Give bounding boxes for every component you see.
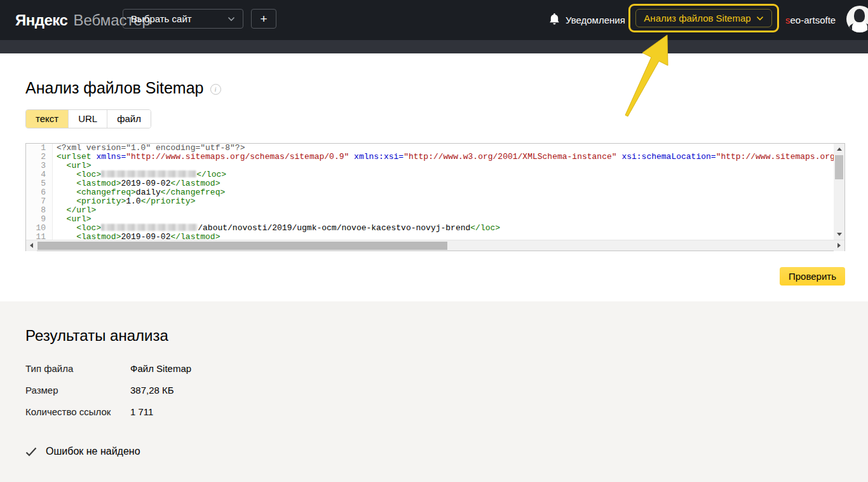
line-number: 3 [26,162,53,170]
triangle-right-icon [837,243,841,248]
horizontal-scrollbar-thumb[interactable] [37,242,447,250]
input-mode-tabs: текст URL файл [25,109,151,128]
site-select-dropdown[interactable]: Выбрать сайт [123,9,243,29]
triangle-down-icon [837,233,842,236]
site-select-label: Выбрать сайт [131,13,192,24]
blurred-domain [101,170,196,177]
avatar-shoulders [852,21,867,32]
chevron-down-icon [227,17,235,22]
vertical-scrollbar-thumb[interactable] [835,155,843,179]
code-line[interactable]: 5 <lastmod>2019-09-02</lastmod> [26,179,834,188]
result-value-link-count: 1 711 [130,406,153,417]
line-number: 10 [26,224,53,233]
line-number: 9 [26,215,53,224]
code-line[interactable]: 7 <priority>1.0</priority> [26,197,834,206]
table-row: Размер 387,28 КБ [25,385,191,396]
sitemap-code-editor[interactable]: 1<?xml version="1.0" encoding="utf-8"?>2… [25,143,845,251]
username-rest: eo-artsofte [790,15,836,25]
vertical-scrollbar[interactable] [834,144,844,240]
check-button[interactable]: Проверить [780,267,845,286]
scroll-left-button[interactable] [26,240,37,251]
code-line[interactable]: 6 <changefreq>daily</changefreq> [26,188,834,197]
user-avatar[interactable] [846,6,868,32]
blurred-domain [101,224,198,231]
logo-yandex: Яндекс [15,11,67,29]
result-label-link-count: Количество ссылок [25,406,130,417]
code-line[interactable]: 4 <loc></loc> [26,170,834,179]
code-line[interactable]: 10 <loc>/about/novosti/2019/ugmk-ocm/nov… [26,224,834,233]
result-value-size: 387,28 КБ [130,385,174,396]
result-value-file-type: Файл Sitemap [130,363,191,374]
notifications-button[interactable]: Уведомления [549,0,625,40]
checkmark-icon [25,447,37,457]
avatar-head-silhouette [854,9,865,22]
analysis-results-section: Результаты анализа Тип файла Файл Sitema… [0,301,868,482]
sitemap-analysis-dropdown[interactable]: Анализ файлов Sitemap [635,9,772,27]
horizontal-scrollbar[interactable] [26,240,844,251]
sitemap-tool-highlight-annotation: Анализ файлов Sitemap [628,4,779,32]
triangle-up-icon [837,148,842,151]
code-line[interactable]: 11 <lastmod>2019-09-02</lastmod> [26,233,834,240]
code-line[interactable]: 8 </url> [26,206,834,215]
secondary-nav-bar [0,40,868,53]
line-number: 1 [26,144,53,153]
scroll-up-button[interactable] [834,144,844,155]
info-icon[interactable]: i [210,84,221,95]
tab-text[interactable]: текст [26,110,68,128]
result-label-file-type: Тип файла [25,363,130,374]
sitemap-analysis-label: Анализ файлов Sitemap [644,13,750,24]
line-number: 11 [26,233,53,240]
chevron-down-icon [756,16,764,21]
code-line[interactable]: 9 <url> [26,215,834,224]
bell-icon [549,13,560,27]
line-number: 5 [26,179,53,188]
line-number: 7 [26,197,53,206]
code-line[interactable]: 3 <url> [26,162,834,170]
user-account[interactable]: seo-artsofte [785,0,836,40]
table-row: Тип файла Файл Sitemap [25,363,191,374]
result-label-size: Размер [25,385,130,396]
notifications-label: Уведомления [566,15,625,25]
top-header: Яндекс Вебмастер Выбрать сайт + Уведомле… [0,0,868,40]
triangle-left-icon [30,243,33,248]
page-title: Анализ файлов Sitemap [25,79,204,97]
line-number: 8 [26,206,53,215]
results-table: Тип файла Файл Sitemap Размер 387,28 КБ … [25,363,191,428]
line-number: 2 [26,153,53,162]
table-row: Количество ссылок 1 711 [25,406,191,417]
status-row: Ошибок не найдено [25,446,140,457]
line-number: 6 [26,188,53,197]
code-lines[interactable]: 1<?xml version="1.0" encoding="utf-8"?>2… [26,144,834,240]
results-heading: Результаты анализа [25,327,168,345]
scroll-right-button[interactable] [834,240,844,251]
add-site-button[interactable]: + [251,9,276,29]
tab-file[interactable]: файл [107,110,151,128]
scroll-down-button[interactable] [834,229,844,240]
tab-url[interactable]: URL [68,110,107,128]
line-number: 4 [26,170,53,179]
code-line[interactable]: 1<?xml version="1.0" encoding="utf-8"?> [26,144,834,153]
status-no-errors: Ошибок не найдено [46,446,140,457]
code-line[interactable]: 2<urlset xmlns="http://www.sitemaps.org/… [26,153,834,162]
username-first-letter: s [785,15,790,25]
